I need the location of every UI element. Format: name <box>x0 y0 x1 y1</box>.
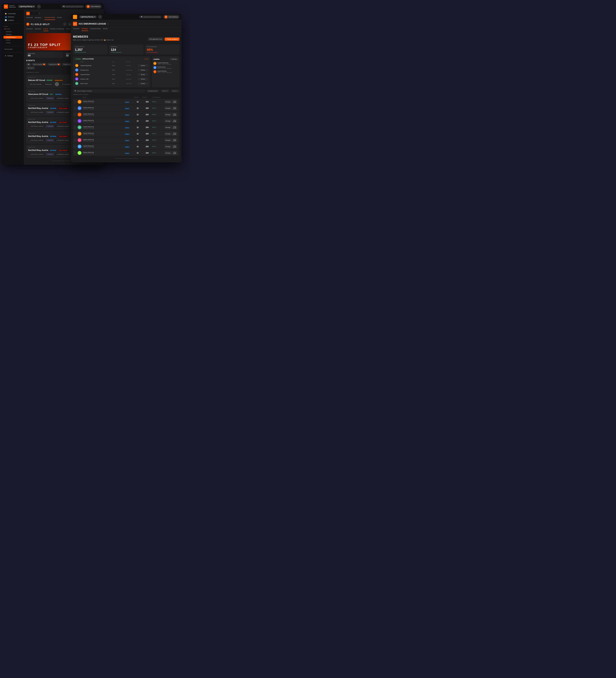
review-button[interactable]: Review <box>138 69 148 71</box>
sidebar-item-racing-splits[interactable]: Racing Splits <box>3 48 22 50</box>
filter-all[interactable]: All <box>26 63 31 66</box>
sidebar-item-members-sub[interactable]: Members <box>3 33 22 36</box>
review-button[interactable]: Review <box>138 65 148 67</box>
user-avatar-pill[interactable]: M Matt Middows <box>85 4 102 9</box>
tab-overview[interactable]: Overview <box>73 28 79 31</box>
sort-button[interactable]: Sort by ▾ <box>26 67 35 70</box>
search-members-input[interactable]: 🔍 Search league members <box>73 89 145 92</box>
tab-members[interactable]: Members ↑ <box>35 16 42 20</box>
upcoming-badge: Upcoming <box>49 121 57 123</box>
champ-share-button[interactable]: ↗ <box>63 22 67 26</box>
row-more-button[interactable]: ··· <box>175 126 178 128</box>
message-button[interactable]: Message <box>165 106 171 110</box>
review-button[interactable]: Review <box>138 82 148 85</box>
all-time-dropdown[interactable]: All time ▾ <box>160 89 170 92</box>
row-checkbox[interactable] <box>74 139 76 141</box>
row-more-button[interactable]: ··· <box>175 133 178 135</box>
champ-tab-events[interactable]: Events <box>43 28 48 31</box>
row-checkbox[interactable] <box>74 126 76 128</box>
reserves-chip[interactable]: + Reserves <box>46 139 54 141</box>
message-button[interactable]: Message <box>165 145 171 148</box>
share-button[interactable]: ↗ <box>98 15 102 19</box>
admin-more-button[interactable]: ··· <box>177 63 178 65</box>
message-button[interactable]: Message <box>165 139 171 142</box>
champ-tab-rules[interactable]: Rules <box>66 28 70 31</box>
search-bar[interactable]: 🔍 Search your community <box>61 5 84 8</box>
message-button[interactable]: Message <box>165 100 171 104</box>
share-icon: ↗ <box>38 6 40 7</box>
row-checkbox[interactable] <box>74 101 76 103</box>
champ-tab-results[interactable]: Results & Standings <box>50 28 64 31</box>
review-button[interactable]: Review <box>138 73 148 76</box>
row-more-button[interactable]: ··· <box>175 120 178 122</box>
reserves-chip[interactable]: + Reserves <box>46 111 54 113</box>
sidebar-item-community[interactable]: 🏠 Community <box>3 12 22 15</box>
message-button[interactable]: Message <box>165 151 171 155</box>
row-more-button[interactable]: ··· <box>175 107 178 109</box>
reserves-chip[interactable]: + Reserves <box>46 153 54 155</box>
app-name: Antony x 456 <box>80 78 112 80</box>
member-status: Driver <box>125 119 133 122</box>
row-more-button[interactable]: ··· <box>175 101 178 103</box>
reserves-chip[interactable]: + Reserves <box>46 97 54 99</box>
league-switcher[interactable]: Lightning Racing ▾ <box>79 15 97 18</box>
member-avatar: CB <box>78 100 81 104</box>
admin-more-button[interactable]: ··· <box>177 71 178 73</box>
broadcaster-chip: ● Broadcaster assigned <box>55 125 70 127</box>
drivers-chip: ● 20/21 Drivers confirmed <box>28 97 45 99</box>
filter-action-required[interactable]: Action required 3 <box>32 63 47 66</box>
drivers-chip: ● 16/20 Drivers confirmed <box>28 153 45 155</box>
tab-championships[interactable]: Championships <box>44 16 55 20</box>
member-attendance: 97% ℹ <box>152 133 165 135</box>
user-avatar-pill[interactable]: M Matt Middows <box>163 15 179 19</box>
share-button[interactable]: ↗ <box>37 4 41 9</box>
admin-more-button[interactable]: ··· <box>177 67 178 69</box>
champ-tab-overview[interactable]: Overview <box>26 28 33 31</box>
sidebar-item-liveries[interactable]: Liveries <box>3 41 22 44</box>
search-bar[interactable]: 🔍 Search your community <box>139 15 162 18</box>
row-more-button[interactable]: ··· <box>175 114 178 116</box>
tab-championships[interactable]: Championships <box>90 28 101 31</box>
champ-tab-members[interactable]: Members <box>35 28 41 31</box>
league-name-item[interactable]: F1 23 <box>3 28 22 30</box>
row-checkbox[interactable] <box>74 152 76 154</box>
tab-events[interactable]: Events <box>57 16 62 20</box>
message-button[interactable]: Message <box>165 113 171 116</box>
application-row: PG Peter Guinn Driver Last month Review <box>74 81 149 86</box>
championship-dropdown[interactable]: Championship ▾ <box>146 89 159 92</box>
tab-overview[interactable]: Overview <box>26 16 33 20</box>
filter-assign-points[interactable]: Assign points 2 <box>47 63 61 66</box>
sidebar-item-analytics[interactable]: 📊 Analytics <box>3 18 22 22</box>
review-button[interactable]: Review <box>138 78 148 80</box>
member-actions: Message View profile <box>165 145 175 148</box>
member-avatar: CB <box>78 145 81 148</box>
edit-application-form-button[interactable]: Edit application form <box>148 37 164 41</box>
app-role: Driver <box>112 78 126 80</box>
sidebar-item-settings[interactable]: ⚙ Settings <box>3 54 22 58</box>
tab-members[interactable]: Members <box>82 28 88 31</box>
row-checkbox[interactable] <box>74 146 76 147</box>
row-checkbox[interactable] <box>74 114 76 115</box>
message-button[interactable]: Message <box>165 119 171 123</box>
tab-events[interactable]: Events <box>103 28 108 31</box>
row-more-button[interactable]: ··· <box>175 152 178 154</box>
sidebar-item-championships[interactable]: Championships <box>3 36 22 39</box>
col-name: NAME <box>83 97 125 98</box>
sidebar-item-members[interactable]: 👥 Members <box>3 15 22 18</box>
row-checkbox[interactable] <box>74 120 76 122</box>
league-sub-label: F1 23 <box>6 28 10 30</box>
invite-members-button[interactable]: + Invite members <box>165 37 179 41</box>
league-switcher[interactable]: Lightning Racing ▾ <box>18 5 35 8</box>
row-more-button[interactable]: ··· <box>175 139 178 141</box>
add-admin-button[interactable]: + Add new <box>170 58 178 60</box>
message-button[interactable]: Message <box>165 126 171 129</box>
sort-by-dropdown[interactable]: Sort by ▾ <box>171 89 179 92</box>
sidebar-item-overview[interactable]: Overview <box>3 30 22 33</box>
row-checkbox[interactable] <box>74 133 76 135</box>
reserves-chip[interactable]: + Reserves <box>46 125 54 127</box>
row-more-button[interactable]: ··· <box>175 146 178 148</box>
row-checkbox[interactable] <box>74 107 76 109</box>
see-all-link[interactable]: See all › <box>144 59 149 60</box>
sidebar-item-events[interactable]: Events <box>3 39 22 41</box>
message-button[interactable]: Message <box>165 132 171 136</box>
